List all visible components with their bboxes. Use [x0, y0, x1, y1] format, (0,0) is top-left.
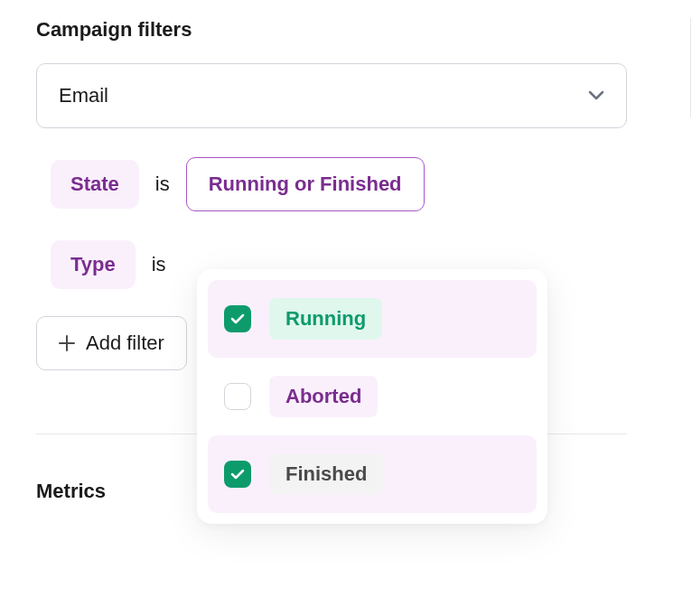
panel-edge: [690, 18, 691, 117]
state-option-checkbox[interactable]: [224, 305, 251, 332]
filter-field-state[interactable]: State: [51, 160, 139, 209]
filter-field-type[interactable]: Type: [51, 240, 136, 289]
filter-value-state[interactable]: Running or Finished: [186, 157, 425, 211]
plus-icon: [59, 335, 75, 351]
state-options-popover: RunningAbortedFinished: [197, 269, 547, 524]
channel-dropdown[interactable]: Email: [36, 63, 627, 128]
chevron-down-icon: [588, 90, 604, 101]
filter-row-state: State is Running or Finished: [51, 157, 656, 211]
state-option-label: Aborted: [269, 376, 378, 417]
filter-operator-state: is: [155, 173, 170, 196]
check-icon: [230, 469, 245, 480]
state-option-row[interactable]: Finished: [208, 435, 537, 513]
filter-operator-type: is: [152, 253, 166, 276]
add-filter-label: Add filter: [86, 331, 164, 355]
check-icon: [230, 313, 245, 324]
state-option-label: Finished: [269, 453, 383, 495]
state-option-checkbox[interactable]: [224, 383, 251, 410]
section-title-filters: Campaign filters: [36, 18, 656, 42]
channel-dropdown-value: Email: [59, 84, 108, 107]
state-option-label: Running: [269, 298, 382, 340]
state-option-row[interactable]: Aborted: [208, 358, 537, 435]
state-option-row[interactable]: Running: [208, 280, 537, 358]
add-filter-button[interactable]: Add filter: [36, 316, 187, 370]
state-option-checkbox[interactable]: [224, 461, 251, 488]
